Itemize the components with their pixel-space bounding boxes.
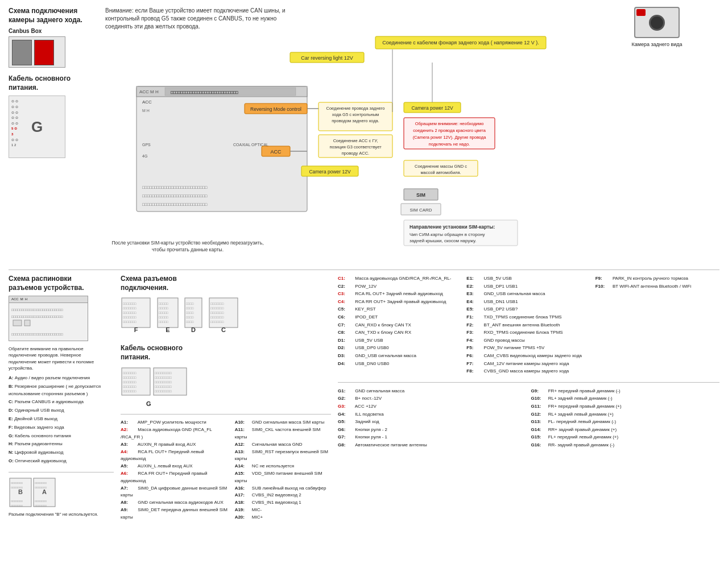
spec-item: C5: KEY_RST bbox=[338, 305, 462, 313]
rear-camera-label: Камера заднего вида bbox=[594, 42, 719, 47]
f2-spec-col: F9: PARK_IN контроль ручного тормозаF10:… bbox=[595, 275, 719, 375]
svg-text:(Camera power 12V). Другие про: (Camera power 12V). Другие провода bbox=[413, 135, 487, 140]
spec-item: F9: PARK_IN контроль ручного тормоза bbox=[595, 275, 719, 283]
g-spec-item: G11: FR+ передний правый динамик (+) bbox=[531, 403, 720, 411]
svg-text:□□□□□□□□□: □□□□□□□□□ bbox=[155, 376, 172, 379]
letter-g: G bbox=[31, 118, 43, 136]
svg-text:□□□□: □□□□ bbox=[186, 316, 194, 319]
connector-notice: Обратите внимание на правильное подключе… bbox=[9, 346, 105, 371]
spec-item: C6: IPOD_DET bbox=[338, 313, 462, 321]
a-pin-item: A19: MIC- bbox=[235, 507, 331, 514]
svg-text:SIM: SIM bbox=[416, 192, 425, 198]
svg-text:C: C bbox=[221, 326, 226, 333]
svg-text:□□□□□□□: □□□□□□□ bbox=[35, 499, 47, 503]
spec-item: D2: USB_DP0 USB0 bbox=[338, 344, 462, 352]
svg-text:□□□□□□□: □□□□□□□ bbox=[123, 389, 136, 393]
spec-item: F6: CAM_CVBS видеовыход камеры заднего х… bbox=[466, 352, 590, 360]
spec-item: C4: RCA RR OUT+ Задний правый аудиовыход bbox=[338, 298, 462, 306]
a-pin-col1: A1: AMP_POW усилитель мощностиA2: Масса … bbox=[121, 419, 229, 521]
svg-text:□□□□□□□: □□□□□□□ bbox=[11, 481, 23, 484]
spec-item: F7: CAM_12V питание камеры заднего хода bbox=[466, 360, 590, 368]
svg-text:чтобы прочитать данные карты.: чтобы прочитать данные карты. bbox=[152, 247, 224, 252]
pinout-title: Схема распиновки разъемов устройства. bbox=[9, 275, 114, 292]
spec-item: E5: USB_DP2 USB? bbox=[466, 305, 590, 313]
spec-item: E2: USB_DP1 USB1 bbox=[466, 283, 590, 291]
svg-text:Camera power 12V: Camera power 12V bbox=[411, 105, 453, 111]
svg-text:□□□□: □□□□ bbox=[186, 306, 194, 310]
a-pin-list-section: A1: AMP_POW усилитель мощностиA2: Масса … bbox=[121, 419, 331, 521]
svg-text:B: B bbox=[18, 488, 23, 495]
a-pin-item: A15: VDD_SIM0 питание внешней SIM карты bbox=[235, 470, 331, 485]
power-cable-title: Кабель основного питания. bbox=[9, 74, 100, 92]
a-pin-item: A17: CVBS_IN2 видеовход 2 bbox=[235, 492, 331, 499]
g-spec-item: G7: Кнопки руля - 1 bbox=[338, 433, 527, 441]
g-spec-item: G5: Задний ход bbox=[338, 418, 527, 426]
cdef-spec-grid: C1: Масса аудиовыхода GND/RCA_RR-/RCA_RL… bbox=[338, 275, 719, 375]
svg-text:□□□□□: □□□□□ bbox=[159, 302, 168, 305]
spec-item: F1: TXD_TPMS соединение блока TPMS bbox=[466, 313, 590, 321]
svg-text:□□□□□□□: □□□□□□□ bbox=[123, 316, 136, 319]
connector-item: A: Аудио / видео разъем подключения bbox=[9, 375, 105, 382]
svg-text:F: F bbox=[134, 326, 138, 333]
spec-item: F5: POW_5V питание TPMS +5V bbox=[466, 344, 590, 352]
spec-item: D4: USB_DN0 USB0 bbox=[338, 360, 462, 368]
svg-text:□□□□□□□□□□□□□□□□□□□□□□□□□□□: □□□□□□□□□□□□□□□□□□□□□□□□□□□ bbox=[142, 202, 208, 206]
g-spec-item: G8: Автоматическое питание антенны bbox=[338, 441, 527, 449]
svg-text:□□□□□□□: □□□□□□□ bbox=[35, 486, 47, 489]
spec-item: F3: RXD_TPMS соединение Блока TPMS bbox=[466, 329, 590, 337]
power-cable-diagram: ⊙ ⊙ ⊙ ⊙ ⊙ ⊙ ⊙ ⊙ ⊙ ⊙ 5 ⊙ 3 ⊙ ⊙ 1 2 G bbox=[9, 96, 65, 158]
svg-text:ACC: ACC bbox=[270, 149, 282, 155]
a-pin-item: A4: RCA FL OUT+ Передний левый аудиовыхо… bbox=[121, 449, 229, 463]
g-spec-col2: G9: FR+ передний правый динамик (-)G10: … bbox=[531, 387, 720, 449]
svg-text:□□□□: □□□□ bbox=[186, 302, 194, 305]
connector-f: □□□□□□□ □□□□□□□ □□□□□□□ □□□□□□□ □□□□□□□ … bbox=[121, 297, 152, 335]
svg-text:GPS: GPS bbox=[142, 143, 151, 147]
connector-item: F: Видеовых заднего хода bbox=[9, 424, 105, 432]
svg-text:□□□□: □□□□ bbox=[186, 320, 194, 324]
g-spec-item: G9: FR+ передний правый динамик (-) bbox=[531, 387, 720, 395]
connector-item: G: Кабель основного питания bbox=[9, 433, 105, 440]
fedc-section: Схема разъемов подключения. □□□□□□□ □□□□… bbox=[121, 275, 331, 407]
a-pin-item: A9: SIM0_DET передача данных внешней SIM… bbox=[121, 507, 229, 521]
spec-item: F10: BT WIFl-ANT антенна Bluetooth / WiF… bbox=[595, 283, 719, 291]
svg-text:□□□□: □□□□ bbox=[186, 311, 194, 314]
canbus-box bbox=[9, 36, 65, 68]
canbus-right-block bbox=[34, 40, 54, 65]
connector-ba-diagram: B □□□□□□□ □□□□□□□ □□□□□□□ □□□□□□□ A □□□□… bbox=[9, 477, 114, 509]
svg-text:Направление установки SIM-карт: Направление установки SIM-карты: bbox=[410, 224, 495, 230]
a-pin-item: A20: MIC+ bbox=[235, 514, 331, 521]
g-spec-item: G14: RR+ задний правый динамик (+) bbox=[531, 426, 720, 434]
cable-main-title: Кабель основного питания. bbox=[121, 344, 189, 362]
spec-item: C1: Масса аудиовыхода GND/RCA_RR-/RCA_RL… bbox=[338, 275, 462, 283]
svg-text:хода G5 с контрольным: хода G5 с контрольным bbox=[332, 112, 379, 117]
connector-c: □□□□□□□ □□□□□□□ □□□□□□□ □□□□□□□ □□□□□□□ … bbox=[208, 297, 239, 335]
connector-item: B: Резервное расширение ( не допускается… bbox=[9, 383, 105, 398]
spec-item: E3: GND_USB сигнальная масса bbox=[466, 290, 590, 298]
svg-text:E: E bbox=[166, 326, 169, 333]
connector-item: H: Разъем радиоантенны bbox=[9, 441, 105, 448]
svg-text:Чип СИМ-карты обращен в сторон: Чип СИМ-карты обращен в сторону bbox=[410, 232, 485, 237]
g-spec-item: G1: GND сигнальная масса bbox=[338, 387, 527, 395]
schema-pinout-panel: Схема распиновки разъемов устройства. AC… bbox=[9, 275, 114, 521]
svg-text:□□□□□□□□□□□□□□□□□□□□□□□□□: □□□□□□□□□□□□□□□□□□□□□□□□□ bbox=[11, 333, 63, 336]
g-spec-item: G15: FL+ передний левый динамик (+) bbox=[531, 433, 720, 441]
svg-text:□□□□□□□: □□□□□□□ bbox=[210, 316, 224, 319]
svg-text:□□□□□□□□□□□□□□□□□□□□□□□□□□□: □□□□□□□□□□□□□□□□□□□□□□□□□□□ bbox=[142, 194, 208, 198]
g-spec-col1: G1: GND сигнальная массаG2: B+ пост.-12V… bbox=[338, 387, 527, 449]
g-spec-item: G10: RL+ задний левый динамик (-) bbox=[531, 395, 720, 403]
svg-text:□□□□□□□: □□□□□□□ bbox=[210, 302, 224, 305]
svg-text:□□□□□□□: □□□□□□□ bbox=[123, 320, 136, 324]
spec-item: F2: BT_ANT внешняя антенна Bluetooth bbox=[466, 321, 590, 329]
svg-text:□□□□□□□: □□□□□□□ bbox=[123, 385, 136, 388]
canbus-left-block bbox=[12, 40, 32, 65]
svg-text:□□□□□□□: □□□□□□□ bbox=[35, 504, 47, 507]
svg-text:□□□□□□□□□: □□□□□□□□□ bbox=[155, 385, 172, 388]
svg-text:подключать не надо.: подключать не надо. bbox=[429, 142, 470, 147]
connector-e: □□□□□ □□□□□ □□□□□ □□□□□ □□□□□ E bbox=[156, 297, 179, 335]
connector-item: O: Оптический аудиовыход bbox=[9, 458, 105, 465]
spec-item: C8: CAN_TXD к блоку CAN RX bbox=[338, 329, 462, 337]
connector-item: C: Разъем CANBUS и аудиовыхода bbox=[9, 399, 105, 406]
spec-item: E1: USB_5V USB bbox=[466, 275, 590, 283]
conn-schema-title: Схема разъемов подключения. bbox=[121, 275, 331, 292]
svg-text:□□□□□: □□□□□ bbox=[159, 316, 168, 319]
